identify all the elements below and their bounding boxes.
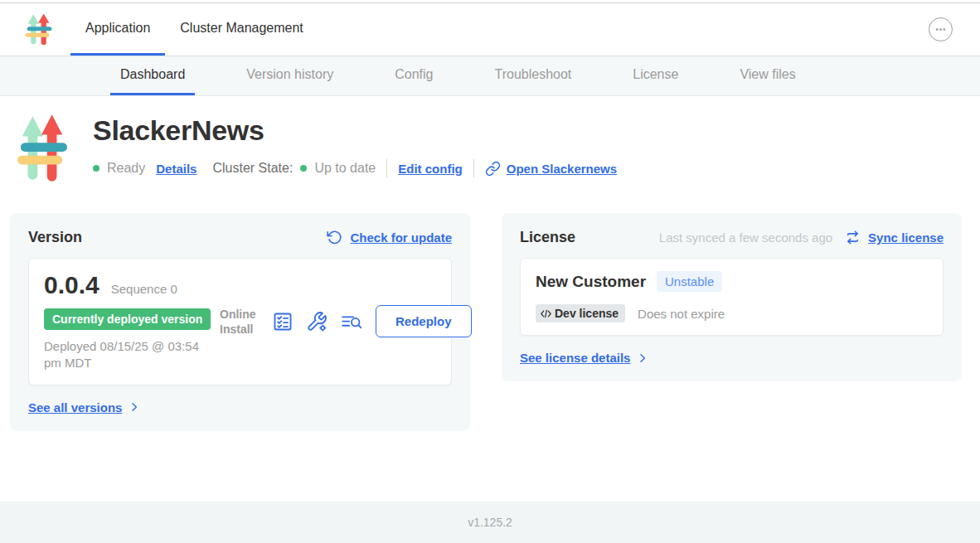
subnav-dashboard-label: Dashboard: [120, 67, 185, 82]
app-status-row: Ready Details Cluster State: Up to date …: [93, 159, 617, 177]
customer-name: New Customer: [536, 273, 646, 291]
subnav-version-history[interactable]: Version history: [236, 56, 343, 95]
top-navbar: Application Cluster Management: [0, 3, 980, 56]
replicated-app-logo-icon: [25, 13, 52, 46]
license-expiration: Does not expire: [638, 307, 725, 321]
version-card-title: Version: [28, 229, 82, 246]
cluster-state-label: Cluster State:: [212, 161, 293, 176]
app-header: SlackerNews Ready Details Cluster State:…: [0, 96, 980, 186]
channel-badge: Unstable: [657, 271, 722, 292]
tab-cluster-management-label: Cluster Management: [180, 21, 303, 36]
edit-config-link[interactable]: Edit config: [398, 162, 463, 176]
status-divider: [386, 159, 387, 177]
license-card: License Last synced a few seconds ago Sy…: [502, 213, 962, 381]
subnav-config-label: Config: [395, 67, 433, 82]
preflight-checks-icon[interactable]: [272, 311, 294, 332]
sync-license-link[interactable]: Sync license: [868, 230, 944, 245]
see-all-versions-link[interactable]: See all versions: [28, 400, 122, 415]
edit-config-icon[interactable]: [306, 311, 327, 332]
status-divider: [473, 159, 474, 177]
subnav-config[interactable]: Config: [385, 56, 443, 95]
dashboard-main: SlackerNews Ready Details Cluster State:…: [0, 96, 980, 431]
subnav-view-files[interactable]: View files: [730, 56, 805, 95]
app-title: SlackerNews: [93, 114, 617, 147]
console-footer: v1.125.2: [0, 502, 980, 543]
subnav-license-label: License: [633, 67, 678, 82]
cluster-state-value: Up to date: [314, 161, 376, 176]
open-app-link[interactable]: Open Slackernews: [507, 162, 617, 176]
console-version: v1.125.2: [468, 516, 512, 529]
top-tabs: Application Cluster Management: [70, 3, 318, 56]
code-icon: [540, 308, 552, 319]
app-status-text: Ready: [107, 161, 145, 176]
subnav-troubleshoot-label: Troubleshoot: [494, 67, 571, 82]
install-type-label: Online Install: [220, 307, 260, 337]
check-for-update-link[interactable]: Check for update: [350, 230, 452, 245]
chevron-right-icon: [128, 400, 141, 414]
tab-application-label: Application: [85, 21, 150, 36]
app-status-dot: [93, 165, 99, 172]
subnav-version-history-label: Version history: [246, 67, 333, 82]
dashboard-cards: Version Check for update 0.0.4 Sequ: [0, 186, 980, 431]
app-subnav: Dashboard Version history Config Trouble…: [0, 56, 980, 96]
view-diff-icon[interactable]: [340, 311, 363, 332]
status-details-link[interactable]: Details: [156, 162, 196, 176]
version-card: Version Check for update 0.0.4 Sequ: [10, 213, 470, 431]
see-license-details-link[interactable]: See license details: [520, 351, 630, 365]
license-type-badge: Dev license: [536, 304, 625, 322]
last-synced-text: Last synced a few seconds ago: [659, 230, 832, 245]
current-version-panel: 0.0.4 Sequence 0 Currently deployed vers…: [28, 258, 452, 385]
subnav-license[interactable]: License: [623, 56, 688, 95]
subnav-troubleshoot[interactable]: Troubleshoot: [484, 56, 581, 95]
license-card-title: License: [520, 229, 575, 246]
redeploy-button[interactable]: Redeploy: [376, 305, 472, 337]
version-number: 0.0.4: [44, 271, 99, 299]
deployed-version-badge: Currently deployed version: [44, 308, 211, 330]
tab-application[interactable]: Application: [70, 3, 165, 56]
slackernews-logo-icon: [17, 113, 68, 186]
deployed-timestamp: Deployed 08/15/25 @ 03:54 pm MDT: [44, 338, 220, 372]
overflow-menu-button[interactable]: [929, 17, 953, 41]
version-sequence: Sequence 0: [111, 282, 177, 296]
tab-cluster-management[interactable]: Cluster Management: [165, 3, 318, 56]
sync-icon: [845, 230, 861, 245]
chevron-right-icon: [636, 351, 649, 365]
subnav-view-files-label: View files: [740, 67, 795, 82]
cluster-state-dot: [300, 165, 307, 172]
license-details-panel: New Customer Unstable Dev license: [520, 258, 944, 336]
link-icon: [485, 161, 501, 177]
refresh-icon: [327, 230, 342, 245]
subnav-dashboard[interactable]: Dashboard: [110, 56, 195, 95]
ellipsis-icon: [934, 23, 947, 36]
license-type-badge-label: Dev license: [555, 307, 619, 320]
